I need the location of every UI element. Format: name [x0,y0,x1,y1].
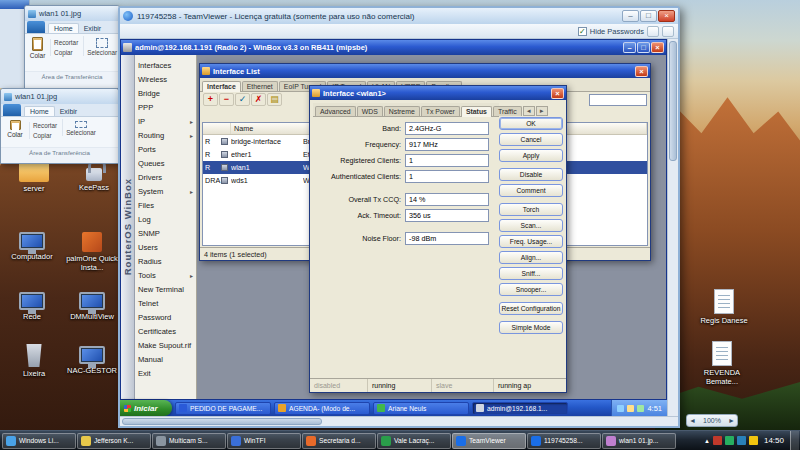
host-task-windows-live[interactable]: Windows Li... [2,433,76,449]
sidebar-item-log[interactable]: Log [135,212,196,226]
comment-button[interactable]: ▤ [267,93,282,106]
paint-titlebar[interactable]: wlan1 01.jpg [1,89,118,104]
sidebar-item-drivers[interactable]: Drivers [135,170,196,184]
close-icon[interactable]: × [635,66,648,77]
file-menu-button[interactable] [27,21,45,33]
desktop-icon-computador[interactable]: Computador [4,228,60,261]
sidebar-item-system[interactable]: System▸ [135,184,196,198]
host-task-teamviewer[interactable]: TeamViewer [452,433,526,449]
find-input[interactable] [589,94,647,106]
sidebar-item-bridge[interactable]: Bridge [135,86,196,100]
remote-task-pedido[interactable]: PEDIDO DE PAGAME... [175,402,271,415]
toolbar-pin-icon[interactable] [662,26,674,37]
sidebar-item-make-supout[interactable]: Make Supout.rif [135,338,196,352]
tab-wds[interactable]: WDS [357,106,383,116]
start-button[interactable]: Iniciar [120,400,172,416]
tray-icon[interactable] [627,405,634,412]
align-button[interactable]: Align... [499,251,563,264]
zoom-out-icon[interactable]: ◄ [689,417,696,424]
flags-column-header[interactable] [203,123,231,134]
tray-expand-icon[interactable]: ▲ [704,438,710,444]
sidebar-item-snmp[interactable]: SNMP [135,226,196,240]
winbox-titlebar[interactable]: admin@192.168.1.191 (Radio 2) - WinBox v… [121,40,666,55]
paste-button[interactable]: Colar [3,119,27,138]
sidebar-item-ppp[interactable]: PPP [135,100,196,114]
ok-button[interactable]: OK [499,117,563,130]
tray-icon[interactable] [749,436,758,445]
disable-button[interactable]: Disable [499,168,563,181]
tab-exibir[interactable]: Exibir [55,107,83,116]
desktop-icon-palmone[interactable]: palmOne Quick Insta... [64,228,120,273]
desktop-icon-dmmultiview[interactable]: DMMultiView [64,288,120,321]
teamviewer-titlebar[interactable]: 119745258 - TeamViewer - Licença gratuit… [120,8,678,24]
enable-button[interactable]: ✓ [235,93,250,106]
tray-icon[interactable] [617,405,624,412]
cut-button[interactable]: Recortar [54,39,78,46]
toolbar-grid-icon[interactable] [647,26,659,37]
desktop-icon-rede[interactable]: Rede [4,288,60,321]
maximize-button[interactable]: □ [640,10,657,22]
host-task-jefferson[interactable]: Jefferson K... [77,433,151,449]
comment-button[interactable]: Comment [499,184,563,197]
tab-tx-power[interactable]: Tx Power [421,106,460,116]
tab-advanced[interactable]: Advanced [315,106,356,116]
scrollbar-thumb[interactable] [122,418,322,425]
apply-button[interactable]: Apply [499,149,563,162]
copy-button[interactable]: Copiar [54,49,78,56]
hide-passwords-checkbox[interactable]: ✓ [578,27,587,36]
desktop-icon-lixeira[interactable]: Lixeira [6,342,62,378]
sidebar-item-password[interactable]: Password [135,310,196,324]
sidebar-item-tools[interactable]: Tools▸ [135,268,196,282]
sidebar-item-queues[interactable]: Queues [135,156,196,170]
tab-scroll-right-icon[interactable]: ► [536,106,548,116]
sidebar-item-users[interactable]: Users [135,240,196,254]
sidebar-item-telnet[interactable]: Telnet [135,296,196,310]
close-button[interactable]: × [651,42,664,53]
tab-status[interactable]: Status [461,106,492,117]
tray-icon[interactable] [637,405,644,412]
remote-task-ariane[interactable]: Ariane Neuls [373,402,469,415]
name-column-header[interactable]: Name [231,123,313,134]
sidebar-item-routing[interactable]: Routing▸ [135,128,196,142]
desktop-icon-revenda[interactable]: REVENDA Bemate... [694,340,750,387]
remove-interface-button[interactable]: − [219,93,234,106]
tab-scroll-left-icon[interactable]: ◄ [523,106,535,116]
zoom-in-icon[interactable]: ► [728,417,735,424]
host-task-wintfi[interactable]: WinTFI [227,433,301,449]
host-task-session[interactable]: 119745258... [527,433,601,449]
sidebar-item-ports[interactable]: Ports [135,142,196,156]
interface-list-titlebar[interactable]: Interface List × [200,64,650,78]
disable-button[interactable]: ✗ [251,93,266,106]
sidebar-item-new-terminal[interactable]: New Terminal [135,282,196,296]
remote-task-agenda[interactable]: AGENDA- (Modo de... [274,402,370,415]
scrollbar-thumb[interactable] [669,41,677,161]
cancel-button[interactable]: Cancel [499,133,563,146]
remote-task-winbox[interactable]: admin@192.168.1... [472,402,568,415]
select-button[interactable]: Selecionar [83,36,117,56]
wlan1-dialog-titlebar[interactable]: Interface <wlan1> × [310,86,566,100]
cut-button[interactable]: Recortar [33,122,57,129]
paint-titlebar[interactable]: wlan1 01.jpg [25,6,119,21]
tab-interface[interactable]: Interface [202,81,241,92]
sniff-button[interactable]: Sniff... [499,267,563,280]
freq-usage-button[interactable]: Freq. Usage... [499,235,563,248]
tray-icon[interactable] [725,436,734,445]
close-icon[interactable]: × [551,88,564,99]
scan-button[interactable]: Scan... [499,219,563,232]
tray-icon[interactable] [737,436,746,445]
torch-button[interactable]: Torch [499,203,563,216]
minimize-button[interactable]: – [622,10,639,22]
tab-ethernet[interactable]: Ethernet [242,81,278,91]
sidebar-item-interfaces[interactable]: Interfaces [135,58,196,72]
paste-button[interactable]: Colar [27,36,48,59]
snooper-button[interactable]: Snooper... [499,283,563,296]
show-desktop-button[interactable] [790,431,799,450]
copy-button[interactable]: Copiar [33,132,57,139]
add-interface-button[interactable]: + [203,93,218,106]
sidebar-item-ip[interactable]: IP▸ [135,114,196,128]
zoom-control[interactable]: ◄ 100% ► [686,414,738,427]
vertical-scrollbar[interactable] [667,39,678,416]
desktop-icon-regis-danese[interactable]: Regis Danese [696,288,752,325]
sidebar-item-exit[interactable]: Exit [135,366,196,380]
sidebar-item-radius[interactable]: Radius [135,254,196,268]
